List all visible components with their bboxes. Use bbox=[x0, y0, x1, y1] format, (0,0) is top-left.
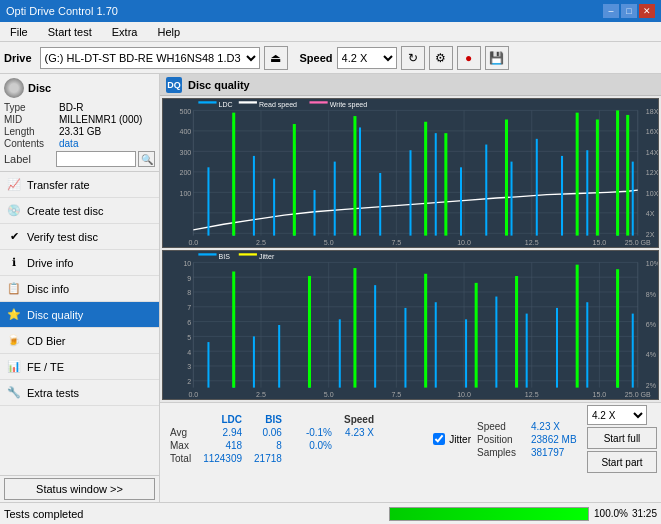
action-speed-select[interactable]: 4.2 X bbox=[587, 405, 647, 425]
toolbar: Drive (G:) HL-DT-ST BD-RE WH16NS48 1.D3 … bbox=[0, 42, 661, 74]
menu-extra[interactable]: Extra bbox=[106, 24, 144, 40]
svg-text:3: 3 bbox=[187, 362, 191, 372]
settings-button[interactable]: ⚙ bbox=[429, 46, 453, 70]
svg-rect-65 bbox=[198, 101, 216, 103]
nav-items: 📈 Transfer rate 💿 Create test disc ✔ Ver… bbox=[0, 172, 159, 475]
svg-rect-137 bbox=[239, 253, 257, 255]
nav-label-disc-quality: Disc quality bbox=[27, 309, 83, 321]
samples-row: Samples 381797 bbox=[477, 447, 581, 458]
svg-rect-67 bbox=[239, 101, 257, 103]
svg-text:4: 4 bbox=[187, 347, 191, 357]
disc-quality-header: DQ Disc quality bbox=[160, 74, 661, 96]
sidebar-item-cd-bier[interactable]: 🍺 CD Bier bbox=[0, 328, 159, 354]
sidebar-item-verify-test-disc[interactable]: ✔ Verify test disc bbox=[0, 224, 159, 250]
disc-label-btn[interactable]: 🔍 bbox=[138, 151, 155, 167]
sidebar-item-disc-info[interactable]: 📋 Disc info bbox=[0, 276, 159, 302]
max-bis: 8 bbox=[248, 439, 288, 452]
max-ldc: 418 bbox=[197, 439, 248, 452]
speed-val: 4.23 X bbox=[531, 421, 581, 432]
avg-jitter: -0.1% bbox=[300, 426, 338, 439]
svg-rect-71 bbox=[163, 251, 658, 399]
drive-info-icon: ℹ bbox=[6, 255, 22, 271]
transfer-rate-icon: 📈 bbox=[6, 177, 22, 193]
speed-select[interactable]: 4.2 X bbox=[337, 47, 397, 69]
disc-type-row: Type BD-R bbox=[4, 102, 155, 113]
disc-label-input[interactable] bbox=[56, 151, 136, 167]
sidebar-item-extra-tests[interactable]: 🔧 Extra tests bbox=[0, 380, 159, 406]
svg-text:10.0: 10.0 bbox=[457, 389, 471, 399]
ldc-chart-svg: 500 400 300 200 100 0.0 2.5 5.0 7.5 10.0… bbox=[163, 99, 658, 247]
minimize-button[interactable]: – bbox=[603, 4, 619, 18]
menu-help[interactable]: Help bbox=[151, 24, 186, 40]
progress-label: 100.0% bbox=[593, 508, 628, 519]
samples-val: 381797 bbox=[531, 447, 581, 458]
svg-text:12.5: 12.5 bbox=[525, 237, 539, 247]
maximize-button[interactable]: □ bbox=[621, 4, 637, 18]
extra-tests-icon: 🔧 bbox=[6, 385, 22, 401]
jitter-checkbox[interactable] bbox=[433, 433, 445, 445]
svg-text:9: 9 bbox=[187, 273, 191, 283]
title-bar: Opti Drive Control 1.70 – □ ✕ bbox=[0, 0, 661, 22]
svg-text:6: 6 bbox=[187, 318, 191, 328]
sidebar-item-create-test-disc[interactable]: 💿 Create test disc bbox=[0, 198, 159, 224]
nav-label-fe-te: FE / TE bbox=[27, 361, 64, 373]
close-button[interactable]: ✕ bbox=[639, 4, 655, 18]
main-area: Disc Type BD-R MID MILLENMR1 (000) Lengt… bbox=[0, 74, 661, 502]
avg-speed: 4.23 X bbox=[338, 426, 380, 439]
sidebar-item-drive-info[interactable]: ℹ Drive info bbox=[0, 250, 159, 276]
save-button[interactable]: 💾 bbox=[485, 46, 509, 70]
avg-ldc: 2.94 bbox=[197, 426, 248, 439]
stats-row-1: LDC BIS Speed Avg 2.94 0.06 bbox=[164, 405, 657, 473]
status-window-button[interactable]: Status window >> bbox=[4, 478, 155, 500]
svg-text:10.0: 10.0 bbox=[457, 237, 471, 247]
start-full-button[interactable]: Start full bbox=[587, 427, 657, 449]
svg-text:10X: 10X bbox=[646, 188, 658, 198]
svg-text:0.0: 0.0 bbox=[188, 389, 198, 399]
col-jitter-header bbox=[300, 413, 338, 426]
svg-text:200: 200 bbox=[180, 168, 192, 178]
total-ldc: 1124309 bbox=[197, 452, 248, 465]
svg-text:2X: 2X bbox=[646, 229, 655, 239]
record-button[interactable]: ● bbox=[457, 46, 481, 70]
menu-bar: File Start test Extra Help bbox=[0, 22, 661, 42]
svg-text:5.0: 5.0 bbox=[324, 237, 334, 247]
svg-text:5: 5 bbox=[187, 332, 191, 342]
progress-fill bbox=[390, 508, 588, 520]
bis-chart-svg: 10 9 8 7 6 5 4 3 2 0.0 2.5 5.0 7.5 10.0 … bbox=[163, 251, 658, 399]
sidebar-item-disc-quality[interactable]: ⭐ Disc quality bbox=[0, 302, 159, 328]
stats-table: LDC BIS Speed Avg 2.94 0.06 bbox=[164, 413, 427, 465]
position-row: Position 23862 MB bbox=[477, 434, 581, 445]
refresh-button[interactable]: ↻ bbox=[401, 46, 425, 70]
svg-text:4X: 4X bbox=[646, 209, 655, 219]
progress-bar bbox=[389, 507, 589, 521]
svg-text:0.0: 0.0 bbox=[188, 237, 198, 247]
speed-row: Speed 4.23 X bbox=[477, 421, 581, 432]
bottom-bar: Tests completed 100.0% 31:25 bbox=[0, 502, 661, 524]
drive-select[interactable]: (G:) HL-DT-ST BD-RE WH16NS48 1.D3 bbox=[40, 47, 260, 69]
create-test-disc-icon: 💿 bbox=[6, 203, 22, 219]
sidebar-item-transfer-rate[interactable]: 📈 Transfer rate bbox=[0, 172, 159, 198]
sidebar: Disc Type BD-R MID MILLENMR1 (000) Lengt… bbox=[0, 74, 160, 502]
svg-text:15.0: 15.0 bbox=[593, 389, 607, 399]
max-jitter: 0.0% bbox=[300, 439, 338, 452]
disc-mid-row: MID MILLENMR1 (000) bbox=[4, 114, 155, 125]
svg-text:4%: 4% bbox=[646, 349, 656, 359]
svg-text:10%: 10% bbox=[646, 258, 658, 268]
svg-rect-135 bbox=[198, 253, 216, 255]
jitter-label: Jitter bbox=[449, 434, 471, 445]
disc-icon bbox=[4, 78, 24, 98]
svg-text:7.5: 7.5 bbox=[391, 389, 401, 399]
svg-rect-69 bbox=[309, 101, 327, 103]
disc-panel: Disc Type BD-R MID MILLENMR1 (000) Lengt… bbox=[0, 74, 159, 172]
svg-text:8: 8 bbox=[187, 288, 191, 298]
menu-file[interactable]: File bbox=[4, 24, 34, 40]
app-title: Opti Drive Control 1.70 bbox=[6, 5, 118, 17]
svg-text:LDC: LDC bbox=[219, 100, 234, 110]
start-part-button[interactable]: Start part bbox=[587, 451, 657, 473]
svg-text:2.5: 2.5 bbox=[256, 389, 266, 399]
col-bis: BIS bbox=[248, 413, 288, 426]
menu-start-test[interactable]: Start test bbox=[42, 24, 98, 40]
eject-button[interactable]: ⏏ bbox=[264, 46, 288, 70]
svg-text:12.5: 12.5 bbox=[525, 389, 539, 399]
sidebar-item-fe-te[interactable]: 📊 FE / TE bbox=[0, 354, 159, 380]
